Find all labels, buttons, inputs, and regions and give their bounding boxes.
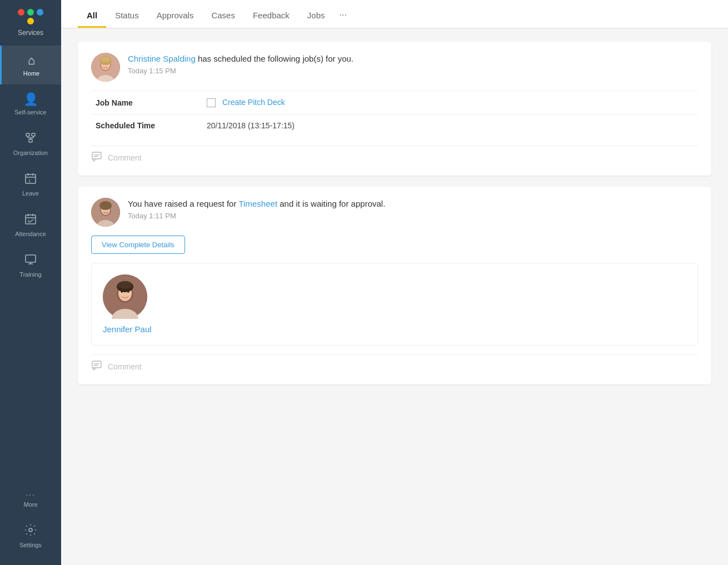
- sidebar-nav: ⌂ Home 👤 Self-service Organization: [0, 46, 61, 482]
- card2-comment-icon: [91, 359, 102, 373]
- svg-text:1: 1: [28, 178, 31, 183]
- card1-timestamp: Today 1:15 PM: [128, 67, 698, 75]
- dot-yellow: [27, 18, 34, 24]
- attendance-icon: [24, 212, 37, 228]
- card2-timestamp: Today 1:11 PM: [128, 212, 698, 220]
- card2-header-text: You have raised a request for Timesheet …: [128, 198, 698, 220]
- sidebar-item-attendance-label: Attendance: [15, 231, 46, 237]
- avatar-christine: [91, 53, 120, 82]
- svg-rect-1: [32, 133, 35, 136]
- sidebar-item-attendance[interactable]: Attendance: [0, 204, 61, 245]
- person-icon: 👤: [23, 92, 38, 107]
- svg-rect-29: [92, 152, 101, 159]
- scheduled-time-label: Scheduled Time: [91, 114, 202, 137]
- dot-blue: [37, 9, 43, 16]
- card2-header: You have raised a request for Timesheet …: [91, 198, 698, 227]
- tab-all[interactable]: All: [78, 1, 106, 28]
- card1-comment-label[interactable]: Comment: [108, 153, 142, 162]
- svg-point-18: [29, 528, 32, 532]
- job-name-row: Job Name Create Pitch Deck: [91, 91, 698, 114]
- svg-rect-12: [26, 215, 36, 224]
- sidebar-item-self-service-label: Self-service: [14, 109, 46, 116]
- tab-status[interactable]: Status: [106, 1, 148, 28]
- job-name-label: Job Name: [91, 91, 202, 114]
- card2-comment-bar: Comment: [91, 354, 698, 373]
- sidebar-item-more-label: More: [23, 501, 37, 508]
- sidebar-item-training[interactable]: Training: [0, 245, 61, 286]
- sidebar-logo: Services: [0, 0, 61, 41]
- sidebar-item-settings[interactable]: Settings: [0, 516, 61, 556]
- sidebar-item-settings-label: Settings: [19, 542, 42, 548]
- card1-header: Christine Spalding has scheduled the fol…: [91, 53, 698, 82]
- job-checkbox[interactable]: [207, 98, 216, 107]
- feed: Christine Spalding has scheduled the fol…: [61, 28, 728, 565]
- card1-comment-bar: Comment: [91, 146, 698, 164]
- dot-red: [18, 9, 24, 16]
- main-content: All Status Approvals Cases Feedback Jobs…: [61, 0, 728, 565]
- tab-more[interactable]: ···: [334, 0, 352, 28]
- svg-point-49: [118, 281, 132, 289]
- view-complete-details-button[interactable]: View Complete Details: [91, 236, 185, 254]
- card-timesheet-request: You have raised a request for Timesheet …: [78, 187, 711, 384]
- jennifer-profile-name[interactable]: Jennifer Paul: [103, 324, 152, 334]
- sidebar-services-label: Services: [18, 29, 43, 37]
- job-name-link[interactable]: Create Pitch Deck: [222, 98, 285, 107]
- training-icon: [24, 253, 37, 269]
- card1-sender-name[interactable]: Christine Spalding: [128, 54, 196, 63]
- card1-message-text: has scheduled the following job(s) for y…: [196, 54, 353, 63]
- card2-timesheet-link[interactable]: Timesheet: [239, 199, 277, 208]
- tab-feedback[interactable]: Feedback: [244, 1, 298, 28]
- jennifer-profile-block: Jennifer Paul: [91, 263, 698, 346]
- card1-message: Christine Spalding has scheduled the fol…: [128, 53, 698, 64]
- sidebar-item-organization[interactable]: Organization: [0, 123, 61, 164]
- sidebar-item-leave-label: Leave: [22, 190, 39, 197]
- card-job-schedule: Christine Spalding has scheduled the fol…: [78, 42, 711, 176]
- card2-message: You have raised a request for Timesheet …: [128, 198, 698, 209]
- home-icon: ⌂: [28, 53, 35, 68]
- organization-icon: [24, 131, 37, 147]
- tab-approvals[interactable]: Approvals: [148, 1, 203, 28]
- logo-dots-row2: [27, 18, 34, 24]
- sidebar: Services ⌂ Home 👤 Self-service: [0, 0, 61, 565]
- sidebar-item-leave[interactable]: 1 Leave: [0, 164, 61, 204]
- sidebar-item-training-label: Training: [19, 271, 41, 278]
- job-table: Job Name Create Pitch Deck Scheduled Tim…: [91, 91, 698, 137]
- tab-cases[interactable]: Cases: [202, 1, 244, 28]
- avatar-jennifer: [103, 274, 147, 319]
- svg-rect-16: [26, 255, 36, 262]
- svg-point-39: [99, 201, 112, 210]
- sidebar-item-home-label: Home: [23, 70, 39, 77]
- tab-jobs[interactable]: Jobs: [298, 1, 334, 28]
- settings-icon: [24, 523, 37, 539]
- sidebar-item-self-service[interactable]: 👤 Self-service: [0, 84, 61, 123]
- avatar-user: [91, 198, 120, 227]
- dot-green: [27, 9, 34, 16]
- sidebar-bottom: ··· More Settings: [0, 482, 61, 565]
- leave-icon: 1: [24, 172, 37, 188]
- more-icon: ···: [26, 490, 36, 499]
- tabs-bar: All Status Approvals Cases Feedback Jobs…: [61, 0, 728, 28]
- scheduled-time-value: 20/11/2018 (13:15-17:15): [202, 114, 698, 137]
- svg-rect-0: [26, 133, 29, 136]
- scheduled-time-row: Scheduled Time 20/11/2018 (13:15-17:15): [91, 114, 698, 137]
- sidebar-item-home[interactable]: ⌂ Home: [0, 46, 61, 84]
- svg-rect-2: [29, 139, 32, 142]
- card2-comment-label[interactable]: Comment: [108, 362, 142, 371]
- sidebar-item-more[interactable]: ··· More: [0, 482, 61, 516]
- comment-icon: [91, 151, 102, 164]
- svg-point-27: [101, 57, 111, 62]
- svg-rect-51: [92, 361, 101, 368]
- sidebar-item-organization-label: Organization: [13, 149, 48, 156]
- card2-message-after: and it is waiting for approval.: [277, 199, 385, 208]
- job-name-value: Create Pitch Deck: [202, 91, 698, 114]
- logo-dots-row1: [18, 9, 43, 16]
- card1-header-text: Christine Spalding has scheduled the fol…: [128, 53, 698, 75]
- card2-message-before: You have raised a request for: [128, 199, 239, 208]
